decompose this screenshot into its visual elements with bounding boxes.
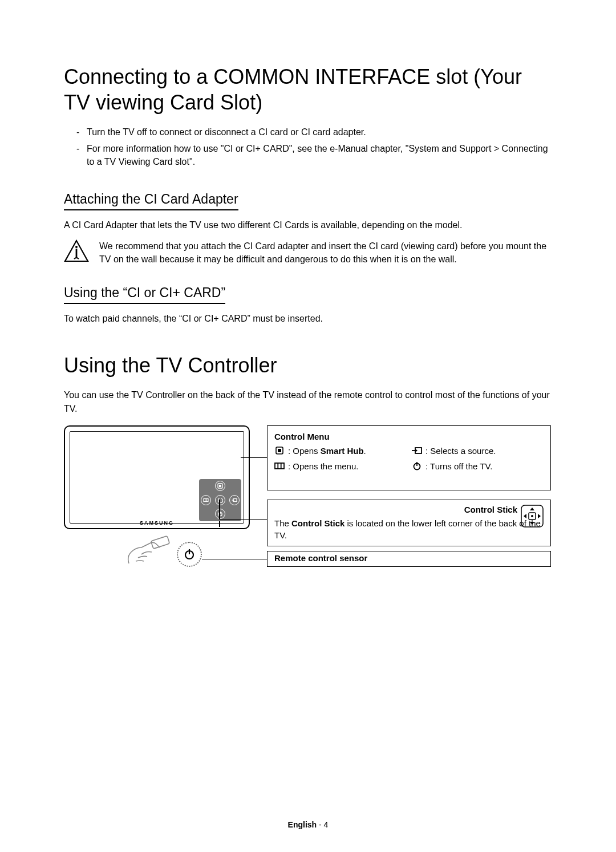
control-stick-text-prefix: The: [274, 518, 291, 528]
remote-sensor-indicator: [177, 542, 202, 567]
control-menu-item-menu: : Opens the menu.: [274, 461, 406, 471]
source-text: : Selects a source.: [425, 446, 496, 456]
leader-line: [202, 559, 267, 560]
control-stick-callout: Control Stick The Control Stick is locat…: [267, 500, 551, 546]
subheading-using-ci-card: Using the “CI or CI+ CARD”: [64, 285, 225, 304]
remote-sensor-label: Remote control sensor: [274, 553, 367, 563]
svg-marker-31: [530, 522, 534, 525]
dpad-icon: [520, 504, 545, 530]
control-menu-callout: Control Menu : Opens Smart Hub. : Select…: [267, 425, 551, 490]
svg-marker-30: [530, 508, 534, 510]
tv-control-panel: [199, 479, 241, 521]
tv-controller-diagram: SAMSUNG: [64, 425, 552, 575]
hand-remote-illustration: [125, 535, 175, 569]
smarthub-text-bold: Smart Hub: [321, 446, 364, 456]
svg-rect-18: [278, 449, 281, 452]
heading-tv-controller: Using the TV Controller: [64, 352, 553, 378]
panel-menu-icon: [201, 495, 211, 505]
svg-marker-32: [524, 514, 526, 518]
warning-text: We recommend that you attach the CI Card…: [99, 240, 553, 266]
power-icon: [183, 548, 196, 561]
smarthub-text-prefix: : Opens: [288, 446, 321, 456]
menu-icon: [274, 462, 285, 469]
svg-rect-2: [76, 249, 78, 258]
leader-line: [241, 457, 267, 459]
ci-card-paragraph: To watch paid channels, the “CI or CI+ C…: [64, 312, 553, 325]
smarthub-icon: [274, 446, 285, 455]
subheading-attaching-adapter: Attaching the CI Card Adapter: [64, 192, 238, 210]
leader-line: [219, 521, 220, 527]
svg-rect-4: [219, 485, 221, 487]
source-icon: [412, 447, 422, 455]
list-item: Turn the TV off to connect or disconnect…: [76, 125, 553, 139]
svg-point-29: [531, 515, 533, 517]
heading-common-interface: Connecting to a COMMON INTERFACE slot (Y…: [64, 64, 553, 115]
page-footer: English - 4: [0, 820, 616, 829]
svg-point-1: [75, 246, 78, 248]
tv-outline: SAMSUNG: [64, 425, 250, 529]
svg-marker-21: [415, 449, 418, 452]
remote-sensor-callout: Remote control sensor: [267, 551, 551, 567]
control-menu-title: Control Menu: [274, 432, 544, 441]
footer-page-number: 4: [324, 820, 329, 829]
list-item: For more information how to use "CI or C…: [76, 142, 553, 168]
footer-separator: -: [317, 820, 323, 829]
leader-line: [219, 500, 220, 519]
svg-rect-5: [204, 498, 208, 501]
footer-language: English: [288, 820, 317, 829]
svg-marker-11: [233, 499, 234, 501]
leader-line: [219, 519, 267, 520]
svg-rect-22: [275, 463, 284, 469]
panel-return-icon: [215, 495, 225, 505]
control-stick-title: Control Stick: [464, 505, 517, 514]
svg-marker-33: [538, 514, 541, 518]
warning-icon: [64, 240, 89, 265]
panel-power-icon: [215, 509, 225, 519]
panel-source-icon: [229, 495, 240, 505]
control-menu-item-power: : Turns off the TV.: [412, 461, 544, 471]
smarthub-text-suffix: .: [364, 446, 366, 456]
tv-controller-paragraph: You can use the TV Controller on the bac…: [64, 388, 553, 415]
control-stick-text-bold: Control Stick: [291, 518, 345, 528]
power-text: : Turns off the TV.: [425, 461, 492, 471]
control-menu-item-source: : Selects a source.: [412, 446, 544, 456]
ci-bullet-list: Turn the TV off to connect or disconnect…: [76, 125, 553, 169]
power-off-icon: [412, 461, 422, 470]
panel-smarthub-icon: [215, 481, 225, 491]
samsung-logo: SAMSUNG: [140, 520, 174, 526]
adapter-paragraph: A CI Card Adapter that lets the TV use t…: [64, 218, 553, 232]
warning-note: We recommend that you attach the CI Card…: [64, 240, 553, 266]
control-menu-item-smarthub: : Opens Smart Hub.: [274, 446, 406, 456]
menu-text: : Opens the menu.: [288, 461, 358, 471]
